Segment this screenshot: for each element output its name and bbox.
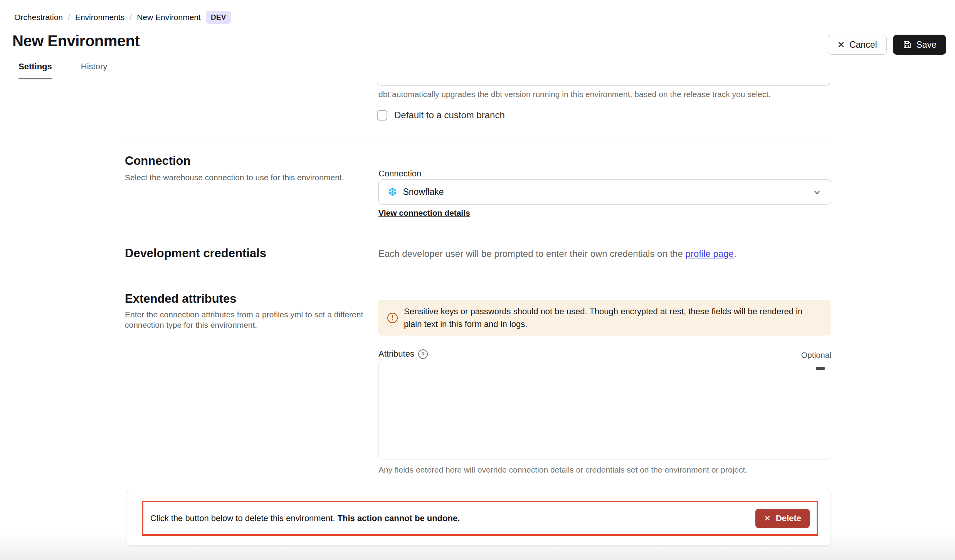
environment-type-badge: DEV <box>206 11 231 24</box>
attributes-helper: Any fields entered here will override co… <box>378 465 747 474</box>
collapse-fold-icon[interactable] <box>816 367 825 370</box>
cancel-button[interactable]: ✕ Cancel <box>828 35 887 55</box>
save-button[interactable]: Save <box>893 35 946 55</box>
view-connection-details-link[interactable]: View connection details <box>378 208 470 218</box>
breadcrumb-separator: / <box>129 13 132 22</box>
help-icon[interactable]: ? <box>418 349 428 359</box>
save-floppy-icon <box>903 40 912 49</box>
extended-attributes-heading: Extended attributes <box>125 292 236 306</box>
development-credentials-heading: Development credentials <box>125 246 266 260</box>
optional-badge: Optional <box>801 350 831 360</box>
release-track-helper: dbt automatically upgrades the dbt versi… <box>378 90 771 99</box>
attributes-editor <box>378 361 831 459</box>
page-title: New Environment <box>12 32 140 50</box>
delete-button-label: Delete <box>776 513 801 523</box>
sensitive-keys-warning: ! Sensitive keys or passwords should not… <box>378 300 831 335</box>
section-divider <box>125 276 831 276</box>
chevron-down-icon <box>812 188 822 197</box>
breadcrumb: Orchestration / Environments / New Envir… <box>14 11 231 24</box>
tab-bar: Settings History <box>18 62 107 79</box>
development-credentials-text: Each developer user will be prompted to … <box>378 248 736 259</box>
custom-branch-label: Default to a custom branch <box>394 110 505 121</box>
custom-branch-checkbox[interactable] <box>377 110 387 121</box>
connection-field-label: Connection <box>378 169 421 179</box>
attributes-textarea[interactable] <box>379 361 831 459</box>
delete-button[interactable]: ✕ Delete <box>755 509 810 528</box>
connection-heading: Connection <box>125 154 191 168</box>
connection-select[interactable]: ❆ Snowflake <box>378 179 831 205</box>
breadcrumb-new-environment[interactable]: New Environment <box>137 13 201 22</box>
delete-highlight-box: Click the button below to delete this en… <box>142 501 818 536</box>
snowflake-icon: ❆ <box>388 187 397 198</box>
section-divider <box>125 139 831 139</box>
save-button-label: Save <box>916 40 937 50</box>
breadcrumb-separator: / <box>68 13 70 22</box>
danger-zone-card: Click the button below to delete this en… <box>126 490 831 546</box>
attributes-label-text: Attributes <box>378 349 414 359</box>
tab-settings[interactable]: Settings <box>18 62 52 79</box>
warning-text: Sensitive keys or passwords should not b… <box>404 305 822 330</box>
close-icon: ✕ <box>764 514 771 522</box>
close-icon: ✕ <box>837 40 845 49</box>
profile-page-link[interactable]: profile page <box>685 248 733 259</box>
dev-credentials-text-before: Each developer user will be prompted to … <box>378 248 685 259</box>
page-header: Orchestration / Environments / New Envir… <box>0 0 955 79</box>
breadcrumb-environments[interactable]: Environments <box>75 13 124 22</box>
delete-warning-text: Click the button below to delete this en… <box>150 513 755 523</box>
attributes-field-label: Attributes ? <box>378 349 428 359</box>
connection-selected-value: Snowflake <box>403 187 812 197</box>
warning-icon: ! <box>387 313 398 323</box>
custom-branch-row: Default to a custom branch <box>377 110 505 121</box>
delete-text-normal: Click the button below to delete this en… <box>150 513 338 523</box>
connection-description: Select the warehouse connection to use f… <box>125 172 368 183</box>
dev-credentials-text-after: . <box>734 248 736 259</box>
tab-history[interactable]: History <box>81 62 107 79</box>
extended-attributes-description: Enter the connection attributes from a p… <box>125 309 368 330</box>
cancel-button-label: Cancel <box>849 40 877 50</box>
delete-text-bold: This action cannot be undone. <box>338 513 460 523</box>
breadcrumb-orchestration[interactable]: Orchestration <box>14 13 63 22</box>
